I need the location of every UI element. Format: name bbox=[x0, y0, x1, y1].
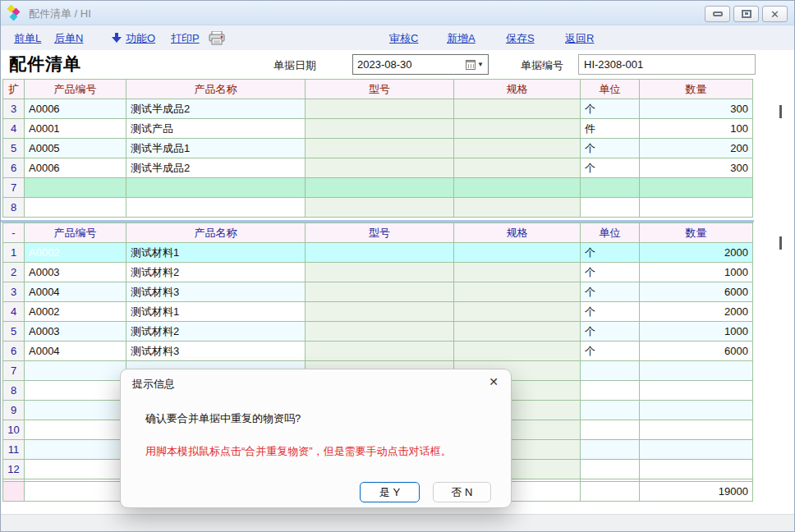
quantity-cell[interactable]: 6000 bbox=[640, 282, 753, 302]
product-code-cell[interactable] bbox=[25, 460, 126, 479]
product-code-cell[interactable]: A0002 bbox=[25, 302, 126, 322]
prev-doc-button[interactable]: 前单L bbox=[14, 31, 41, 46]
spec-cell[interactable] bbox=[454, 158, 581, 178]
product-code-cell[interactable] bbox=[25, 401, 126, 420]
spec-cell[interactable] bbox=[454, 282, 581, 302]
spec-cell[interactable] bbox=[454, 139, 581, 158]
quantity-cell[interactable]: 200 bbox=[640, 139, 753, 158]
unit-cell[interactable] bbox=[581, 420, 640, 440]
row-number-cell[interactable]: 1 bbox=[3, 243, 25, 263]
quantity-cell[interactable] bbox=[640, 381, 753, 401]
row-number-cell[interactable]: 8 bbox=[3, 198, 25, 218]
row-number-cell[interactable]: 11 bbox=[3, 440, 25, 460]
quantity-cell[interactable]: 2000 bbox=[640, 243, 753, 263]
quantity-cell[interactable]: 1000 bbox=[640, 263, 753, 282]
row-number-cell[interactable]: 7 bbox=[3, 178, 25, 198]
model-cell[interactable] bbox=[306, 243, 454, 263]
row-number-cell[interactable]: 8 bbox=[3, 381, 25, 401]
quantity-cell[interactable] bbox=[640, 440, 753, 460]
unit-cell[interactable]: 个 bbox=[581, 282, 640, 302]
row-number-cell[interactable]: 2 bbox=[3, 263, 25, 282]
row-number-cell[interactable]: 6 bbox=[3, 158, 25, 178]
col-header-unit[interactable]: 单位 bbox=[581, 80, 640, 99]
save-button[interactable]: 保存S bbox=[506, 31, 535, 46]
unit-cell[interactable] bbox=[581, 401, 640, 420]
row-number-cell[interactable]: 10 bbox=[3, 420, 25, 440]
quantity-cell[interactable]: 6000 bbox=[640, 342, 753, 361]
product-code-cell[interactable]: A0006 bbox=[25, 158, 126, 178]
selected-cell[interactable] bbox=[25, 178, 126, 198]
col-header-name[interactable]: 产品名称 bbox=[126, 223, 306, 243]
col-header-spec[interactable]: 规格 bbox=[454, 80, 581, 99]
restore-button[interactable] bbox=[733, 6, 759, 22]
no-button[interactable]: 否 N bbox=[433, 482, 491, 502]
unit-cell[interactable] bbox=[581, 440, 640, 460]
new-button[interactable]: 新增A bbox=[447, 31, 476, 46]
product-code-cell[interactable]: A0004 bbox=[25, 282, 126, 302]
close-button[interactable]: ✕ bbox=[762, 6, 788, 22]
model-cell[interactable] bbox=[306, 198, 454, 218]
unit-cell[interactable]: 个 bbox=[581, 158, 640, 178]
quantity-cell[interactable] bbox=[640, 178, 753, 198]
product-name-cell[interactable]: 测试材料2 bbox=[126, 263, 306, 282]
printer-icon[interactable] bbox=[209, 31, 225, 48]
row-number-cell[interactable]: 4 bbox=[3, 302, 25, 322]
row-number-cell[interactable]: 5 bbox=[3, 139, 25, 158]
model-cell[interactable] bbox=[306, 99, 454, 119]
unit-cell[interactable] bbox=[581, 460, 640, 479]
product-code-cell[interactable] bbox=[25, 381, 126, 401]
selected-range-cell[interactable]: 测试材料1 bbox=[126, 302, 306, 322]
product-code-cell[interactable] bbox=[25, 198, 126, 218]
selected-range-cell[interactable]: 测试材料3 bbox=[126, 342, 306, 361]
unit-cell[interactable]: 个 bbox=[581, 342, 640, 361]
unit-cell[interactable]: 件 bbox=[581, 119, 640, 139]
return-button[interactable]: 返回R bbox=[565, 31, 594, 46]
spec-cell[interactable] bbox=[454, 178, 581, 198]
model-cell[interactable] bbox=[306, 342, 454, 361]
down-arrow-icon[interactable] bbox=[112, 33, 122, 44]
unit-cell[interactable]: 个 bbox=[581, 302, 640, 322]
unit-cell[interactable] bbox=[581, 178, 640, 198]
product-name-cell[interactable]: 测试材料3 bbox=[126, 282, 306, 302]
model-cell[interactable] bbox=[306, 282, 454, 302]
col-header-unit[interactable]: 单位 bbox=[581, 223, 640, 243]
model-cell[interactable] bbox=[306, 158, 454, 178]
product-name-cell[interactable]: 测试产品 bbox=[126, 119, 306, 139]
product-code-cell[interactable]: A0003 bbox=[25, 322, 126, 342]
spec-cell[interactable] bbox=[454, 119, 581, 139]
row-number-cell[interactable]: 4 bbox=[3, 119, 25, 139]
unit-cell[interactable]: 个 bbox=[581, 322, 640, 342]
unit-cell[interactable] bbox=[581, 361, 640, 381]
doc-date-input[interactable] bbox=[353, 55, 464, 74]
row-number-cell[interactable]: 6 bbox=[3, 342, 25, 361]
unit-cell[interactable] bbox=[581, 381, 640, 401]
row-number-cell[interactable]: 9 bbox=[3, 401, 25, 420]
col-header-code[interactable]: 产品编号 bbox=[25, 223, 126, 243]
unit-cell[interactable]: 个 bbox=[581, 99, 640, 119]
quantity-cell[interactable]: 300 bbox=[640, 158, 753, 178]
quantity-cell[interactable] bbox=[640, 401, 753, 420]
dialog-close-icon[interactable]: ✕ bbox=[489, 375, 499, 388]
next-doc-button[interactable]: 后单N bbox=[54, 31, 83, 46]
calendar-dropdown-button[interactable]: ▼ bbox=[463, 57, 486, 72]
quantity-cell[interactable]: 2000 bbox=[640, 302, 753, 322]
spec-cell[interactable] bbox=[454, 342, 581, 361]
col-header-name[interactable]: 产品名称 bbox=[126, 80, 306, 99]
doc-no-input[interactable] bbox=[578, 54, 756, 75]
quantity-cell[interactable]: 1000 bbox=[640, 322, 753, 342]
quantity-cell[interactable] bbox=[640, 198, 753, 218]
col-header-model[interactable]: 型号 bbox=[306, 223, 454, 243]
row-number-cell[interactable]: 3 bbox=[3, 99, 25, 119]
col-header-qty[interactable]: 数量 bbox=[640, 80, 753, 99]
corner-header[interactable]: 扩 bbox=[3, 80, 25, 99]
col-header-qty[interactable]: 数量 bbox=[640, 223, 753, 243]
product-code-cell[interactable]: A0004 bbox=[25, 342, 126, 361]
grid2-scrollbar[interactable] bbox=[779, 236, 782, 250]
minimize-button[interactable] bbox=[705, 6, 730, 22]
product-code-cell[interactable]: A0003 bbox=[25, 263, 126, 282]
selected-cell[interactable]: A0002 bbox=[25, 243, 126, 263]
quantity-cell[interactable] bbox=[640, 361, 753, 381]
grid1-scrollbar[interactable] bbox=[779, 105, 782, 118]
doc-date-field[interactable]: ▼ bbox=[352, 54, 489, 75]
function-button[interactable]: 功能O bbox=[126, 31, 155, 46]
